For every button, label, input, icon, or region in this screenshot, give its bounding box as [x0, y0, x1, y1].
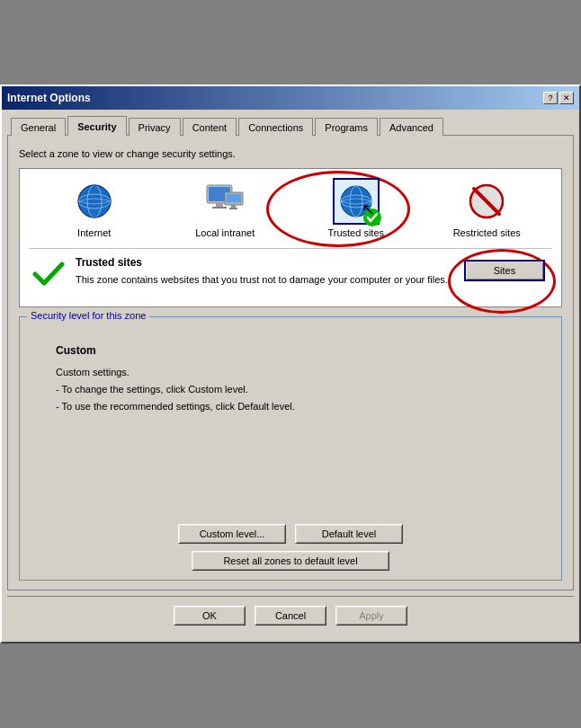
security-desc-line2: - To change the settings, click Custom l…: [56, 381, 295, 398]
security-desc-line3: - To use the recommended settings, click…: [56, 398, 295, 415]
security-level-title: Custom: [56, 344, 96, 357]
sites-button-wrap: Sites: [460, 256, 549, 285]
trusted-title: Trusted sites: [76, 256, 450, 269]
zone-trusted-icon-wrap: ↖: [333, 178, 380, 225]
tab-programs[interactable]: Programs: [315, 118, 378, 136]
security-level-legend: Security level for this zone: [27, 310, 149, 321]
svg-rect-11: [229, 208, 237, 209]
titlebar: Internet Options ? ✕: [2, 86, 579, 110]
security-tab-content: Select a zone to view or change security…: [7, 135, 574, 590]
tab-advanced[interactable]: Advanced: [380, 118, 443, 136]
help-button[interactable]: ?: [543, 92, 558, 104]
zone-internet-icon-wrap: [71, 178, 118, 225]
zone-trusted-sites[interactable]: ↖ Trusted sites: [316, 178, 397, 239]
internet-icon: [76, 183, 112, 219]
zone-internet[interactable]: Internet: [54, 178, 135, 239]
tab-content[interactable]: Content: [183, 118, 237, 136]
trusted-info: Trusted sites This zone contains website…: [29, 248, 552, 297]
trusted-desc: This zone contains websites that you tru…: [76, 272, 450, 288]
restricted-sites-icon: [469, 183, 505, 219]
tab-general[interactable]: General: [11, 118, 66, 136]
cancel-button[interactable]: Cancel: [255, 606, 326, 626]
instruction-text: Select a zone to view or change security…: [19, 148, 562, 159]
trusted-checkmark-large-icon: [32, 258, 65, 290]
zone-local-intranet[interactable]: Local intranet: [184, 178, 265, 239]
reset-all-button[interactable]: Reset all zones to default level: [192, 551, 389, 571]
red-oval-sites: [448, 249, 556, 314]
zone-local-intranet-label: Local intranet: [195, 226, 255, 239]
local-intranet-icon: [205, 183, 245, 219]
svg-rect-9: [227, 194, 241, 202]
trusted-checkmark-large: [32, 256, 65, 290]
zone-local-intranet-icon-wrap: [201, 178, 248, 225]
security-level-buttons: Custom level... Default level: [29, 524, 552, 544]
zone-restricted-sites[interactable]: Restricted sites: [446, 178, 527, 239]
zone-restricted-icon-wrap: [463, 178, 510, 225]
custom-level-button[interactable]: Custom level...: [178, 524, 286, 544]
security-level-inner: Custom Custom settings. - To change the …: [29, 326, 552, 506]
svg-rect-6: [216, 203, 223, 207]
reset-all-button-row: Reset all zones to default level: [29, 551, 552, 571]
zone-icons-row: Internet: [29, 178, 552, 239]
svg-rect-7: [212, 207, 227, 209]
trusted-text-block: Trusted sites This zone contains website…: [76, 256, 450, 288]
tab-bar: General Security Privacy Content Connect…: [7, 115, 574, 135]
checkmark-icon: [366, 211, 379, 224]
tab-security[interactable]: Security: [67, 116, 126, 136]
window-title: Internet Options: [7, 92, 91, 104]
titlebar-buttons: ? ✕: [543, 92, 574, 104]
dialog-content: General Security Privacy Content Connect…: [2, 110, 579, 642]
tab-connections[interactable]: Connections: [238, 118, 313, 136]
svg-rect-10: [231, 205, 236, 208]
sites-button[interactable]: Sites: [464, 260, 545, 281]
security-desc-line1: Custom settings.: [56, 364, 295, 381]
zone-restricted-label: Restricted sites: [453, 226, 521, 239]
checkmark-badge: [363, 209, 381, 226]
tab-privacy[interactable]: Privacy: [129, 118, 181, 136]
zone-trusted-label: Trusted sites: [327, 226, 384, 239]
zone-selector-box: Internet: [19, 168, 562, 307]
ok-button[interactable]: OK: [174, 606, 246, 626]
dialog-action-buttons: OK Cancel Apply: [7, 596, 574, 636]
security-level-desc: Custom settings. - To change the setting…: [56, 364, 295, 414]
close-button[interactable]: ✕: [559, 92, 574, 104]
apply-button[interactable]: Apply: [335, 606, 407, 626]
zone-internet-label: Internet: [77, 226, 111, 239]
security-level-section: Security level for this zone Custom Cust…: [19, 316, 562, 581]
default-level-button[interactable]: Default level: [295, 524, 403, 544]
internet-options-dialog: Internet Options ? ✕ General Security Pr…: [0, 84, 581, 644]
